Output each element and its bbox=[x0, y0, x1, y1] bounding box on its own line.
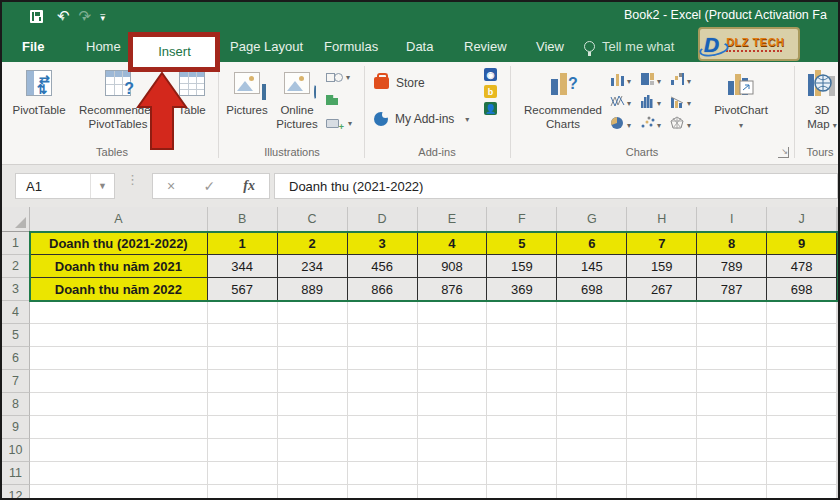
column-header-G[interactable]: G bbox=[557, 207, 627, 232]
cell-partial-1[interactable] bbox=[837, 232, 838, 255]
cell-I6[interactable] bbox=[697, 347, 767, 370]
cell-B4[interactable] bbox=[208, 301, 278, 324]
row-header-12[interactable]: 12 bbox=[2, 485, 30, 500]
cell-I2[interactable]: 789 bbox=[697, 255, 767, 278]
tab-page-layout[interactable]: Page Layout bbox=[224, 30, 309, 62]
cell-H10[interactable] bbox=[627, 439, 697, 462]
cell-E3[interactable]: 876 bbox=[418, 278, 488, 301]
cell-J5[interactable] bbox=[767, 324, 837, 347]
combo-chart-button[interactable]: ▾ bbox=[670, 92, 700, 114]
cell-A7[interactable] bbox=[30, 370, 208, 393]
smartart-button[interactable] bbox=[326, 91, 352, 109]
cell-J11[interactable] bbox=[767, 462, 837, 485]
cell-partial-8[interactable] bbox=[837, 393, 838, 416]
column-header-D[interactable]: D bbox=[348, 207, 418, 232]
cell-C9[interactable] bbox=[278, 416, 348, 439]
formula-input[interactable]: Doanh thu (2021-2022) bbox=[274, 173, 838, 199]
cell-E4[interactable] bbox=[418, 301, 488, 324]
cell-F5[interactable] bbox=[487, 324, 557, 347]
cell-F11[interactable] bbox=[487, 462, 557, 485]
cell-G1[interactable]: 6 bbox=[557, 232, 627, 255]
formula-bar-handle[interactable]: ⋮ bbox=[126, 177, 139, 183]
cell-I8[interactable] bbox=[697, 393, 767, 416]
column-header-C[interactable]: C bbox=[278, 207, 348, 232]
column-header-J[interactable]: J bbox=[767, 207, 837, 232]
cell-H5[interactable] bbox=[627, 324, 697, 347]
cell-F7[interactable] bbox=[487, 370, 557, 393]
cell-partial-5[interactable] bbox=[837, 324, 838, 347]
column-header-B[interactable]: B bbox=[208, 207, 278, 232]
tab-home[interactable]: Home bbox=[80, 30, 127, 62]
cell-B8[interactable] bbox=[208, 393, 278, 416]
cell-B7[interactable] bbox=[208, 370, 278, 393]
row-header-11[interactable]: 11 bbox=[2, 462, 30, 485]
row-header-4[interactable]: 4 bbox=[2, 301, 30, 324]
cell-E7[interactable] bbox=[418, 370, 488, 393]
column-chart-button[interactable]: ▾ bbox=[610, 70, 640, 92]
row-header-10[interactable]: 10 bbox=[2, 439, 30, 462]
row-header-9[interactable]: 9 bbox=[2, 416, 30, 439]
cell-G12[interactable] bbox=[557, 485, 627, 500]
cell-B3[interactable]: 567 bbox=[208, 278, 278, 301]
column-header-H[interactable]: H bbox=[627, 207, 697, 232]
cell-B9[interactable] bbox=[208, 416, 278, 439]
cell-C3[interactable]: 889 bbox=[278, 278, 348, 301]
cell-E2[interactable]: 908 bbox=[418, 255, 488, 278]
cell-A2[interactable]: Doanh thu năm 2021 bbox=[30, 255, 208, 278]
cell-C5[interactable] bbox=[278, 324, 348, 347]
cell-A1[interactable]: Doanh thu (2021-2022) bbox=[30, 232, 208, 255]
cell-I11[interactable] bbox=[697, 462, 767, 485]
row-header-3[interactable]: 3 bbox=[2, 278, 30, 301]
cell-G9[interactable] bbox=[557, 416, 627, 439]
screenshot-button[interactable]: ▾ bbox=[326, 114, 352, 132]
cell-A9[interactable] bbox=[30, 416, 208, 439]
cell-D2[interactable]: 456 bbox=[348, 255, 418, 278]
cell-F9[interactable] bbox=[487, 416, 557, 439]
cell-C1[interactable]: 2 bbox=[278, 232, 348, 255]
tell-me-box[interactable]: Tell me what bbox=[584, 30, 702, 62]
pivottable-button[interactable]: ⇄ ⇄ PivotTable bbox=[10, 66, 68, 117]
cell-partial-4[interactable] bbox=[837, 301, 838, 324]
cell-H7[interactable] bbox=[627, 370, 697, 393]
cell-C4[interactable] bbox=[278, 301, 348, 324]
cell-J12[interactable] bbox=[767, 485, 837, 500]
cell-G10[interactable] bbox=[557, 439, 627, 462]
cell-H12[interactable] bbox=[627, 485, 697, 500]
cell-A4[interactable] bbox=[30, 301, 208, 324]
cell-C2[interactable]: 234 bbox=[278, 255, 348, 278]
cell-F12[interactable] bbox=[487, 485, 557, 500]
cell-C10[interactable] bbox=[278, 439, 348, 462]
tab-review[interactable]: Review bbox=[458, 30, 513, 62]
cell-I7[interactable] bbox=[697, 370, 767, 393]
cell-E10[interactable] bbox=[418, 439, 488, 462]
cell-B5[interactable] bbox=[208, 324, 278, 347]
cell-H1[interactable]: 7 bbox=[627, 232, 697, 255]
cell-J2[interactable]: 478 bbox=[767, 255, 837, 278]
pictures-button[interactable]: Pictures bbox=[224, 66, 270, 117]
cell-partial-7[interactable] bbox=[837, 370, 838, 393]
waterfall-chart-button[interactable]: ▾ bbox=[670, 70, 700, 92]
cell-I1[interactable]: 8 bbox=[697, 232, 767, 255]
cell-D10[interactable] bbox=[348, 439, 418, 462]
cell-G7[interactable] bbox=[557, 370, 627, 393]
customize-qat-icon[interactable]: –▾ bbox=[100, 12, 105, 20]
cell-J9[interactable] bbox=[767, 416, 837, 439]
cell-D5[interactable] bbox=[348, 324, 418, 347]
cell-A3[interactable]: Doanh thu năm 2022 bbox=[30, 278, 208, 301]
line-chart-button[interactable]: ▾ bbox=[610, 92, 640, 114]
cell-F2[interactable]: 159 bbox=[487, 255, 557, 278]
cell-E6[interactable] bbox=[418, 347, 488, 370]
enter-icon[interactable]: ✓ bbox=[203, 178, 215, 194]
cell-D1[interactable]: 3 bbox=[348, 232, 418, 255]
recommended-charts-button[interactable]: ? Recommended Charts bbox=[520, 66, 606, 132]
chevron-down-icon[interactable]: ▼ bbox=[90, 174, 114, 198]
cell-D11[interactable] bbox=[348, 462, 418, 485]
cell-partial-9[interactable] bbox=[837, 416, 838, 439]
redo-button[interactable]: ↷▾ bbox=[79, 7, 87, 25]
tab-data[interactable]: Data bbox=[400, 30, 439, 62]
row-header-6[interactable]: 6 bbox=[2, 347, 30, 370]
cell-G11[interactable] bbox=[557, 462, 627, 485]
cell-A12[interactable] bbox=[30, 485, 208, 500]
undo-button[interactable]: ↶▾ bbox=[57, 7, 65, 25]
cell-E11[interactable] bbox=[418, 462, 488, 485]
